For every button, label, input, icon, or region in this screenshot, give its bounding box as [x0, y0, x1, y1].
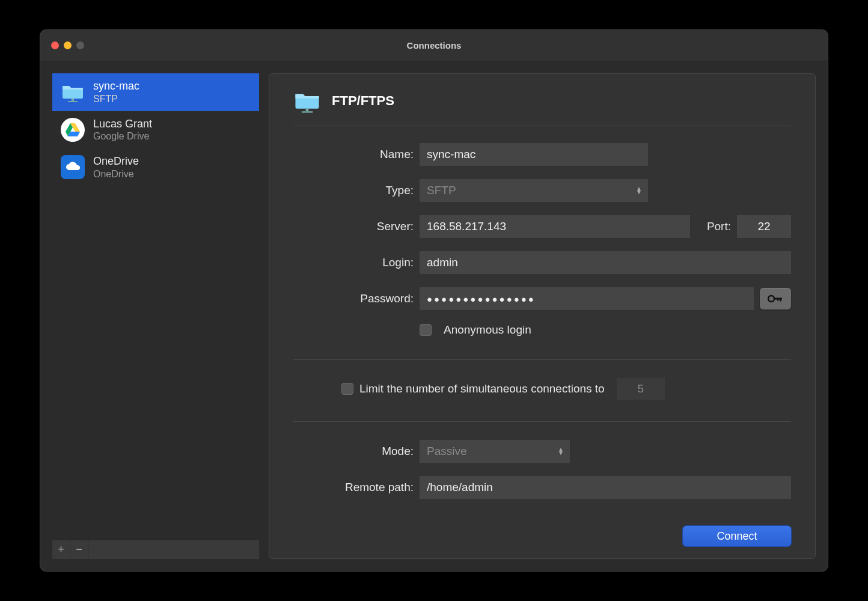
- sidebar-item-label: Lucas Grant: [93, 117, 152, 131]
- chevron-up-down-icon: ▲▼: [558, 448, 564, 455]
- folder-network-icon: [61, 80, 85, 104]
- type-select-value: SFTP: [427, 184, 456, 197]
- svg-rect-6: [302, 111, 313, 112]
- mode-select-value: Passive: [427, 445, 467, 458]
- server-input[interactable]: [420, 215, 690, 238]
- divider: [293, 359, 791, 360]
- folder-network-icon: [293, 87, 321, 115]
- connections-window: Connections sync-mac SF: [40, 30, 828, 571]
- limit-connections-input[interactable]: 5: [617, 378, 665, 400]
- sidebar-item-lucas-grant[interactable]: Lucas Grant Google Drive: [52, 111, 259, 149]
- port-label: Port:: [707, 220, 731, 233]
- sidebar-item-subtitle: SFTP: [93, 93, 139, 105]
- svg-rect-9: [780, 298, 781, 302]
- maximize-button[interactable]: [76, 41, 84, 49]
- connections-list: sync-mac SFTP Lucas Grant Goog: [52, 73, 259, 540]
- connect-button[interactable]: Connect: [683, 526, 791, 546]
- divider: [293, 421, 791, 422]
- key-auth-button[interactable]: [760, 288, 791, 310]
- traffic-lights: [51, 41, 84, 49]
- remote-path-input[interactable]: [420, 476, 791, 499]
- page-title: Connections: [407, 40, 462, 50]
- svg-rect-10: [777, 298, 778, 301]
- anonymous-login-label: Anonymous login: [444, 323, 531, 337]
- type-label: Type:: [293, 184, 414, 197]
- sidebar-item-subtitle: OneDrive: [93, 168, 139, 180]
- name-input[interactable]: [420, 143, 648, 166]
- mode-select[interactable]: Passive ▲▼: [420, 440, 570, 463]
- server-label: Server:: [293, 220, 414, 233]
- remote-path-label: Remote path:: [293, 481, 414, 494]
- password-label: Password:: [293, 292, 414, 305]
- name-label: Name:: [293, 148, 414, 161]
- mode-label: Mode:: [293, 445, 414, 458]
- panel-title: FTP/FTPS: [332, 93, 394, 109]
- add-connection-button[interactable]: +: [52, 540, 70, 559]
- login-input[interactable]: [420, 251, 791, 274]
- port-input[interactable]: [737, 215, 791, 238]
- minimize-button[interactable]: [64, 41, 72, 49]
- key-icon: [768, 294, 783, 303]
- svg-rect-0: [72, 99, 74, 101]
- remove-connection-button[interactable]: −: [70, 540, 88, 559]
- svg-point-7: [768, 296, 774, 302]
- close-button[interactable]: [51, 41, 59, 49]
- sidebar-item-onedrive[interactable]: OneDrive OneDrive: [52, 148, 259, 186]
- sidebar-item-label: OneDrive: [93, 154, 139, 168]
- password-input[interactable]: ●●●●●●●●●●●●●●●: [420, 287, 754, 310]
- gdrive-icon: [61, 118, 85, 142]
- anonymous-login-checkbox[interactable]: [420, 324, 432, 336]
- sidebar-item-subtitle: Google Drive: [93, 130, 152, 142]
- svg-rect-1: [68, 101, 78, 102]
- panel-header: FTP/FTPS: [293, 87, 791, 126]
- titlebar: Connections: [40, 30, 828, 61]
- login-label: Login:: [293, 256, 414, 269]
- limit-connections-label: Limit the number of simultaneous connect…: [359, 382, 605, 395]
- sidebar-item-sync-mac[interactable]: sync-mac SFTP: [52, 73, 259, 111]
- limit-connections-checkbox[interactable]: [341, 383, 353, 395]
- svg-rect-5: [306, 109, 309, 112]
- connection-detail-panel: FTP/FTPS Name: Type: SFTP ▲▼ Server:: [269, 73, 816, 559]
- sidebar-footer: + −: [52, 540, 259, 559]
- type-select[interactable]: SFTP ▲▼: [420, 179, 648, 202]
- sidebar: sync-mac SFTP Lucas Grant Goog: [52, 73, 259, 559]
- onedrive-icon: [61, 155, 85, 179]
- chevron-up-down-icon: ▲▼: [636, 187, 642, 194]
- sidebar-item-label: sync-mac: [93, 79, 139, 93]
